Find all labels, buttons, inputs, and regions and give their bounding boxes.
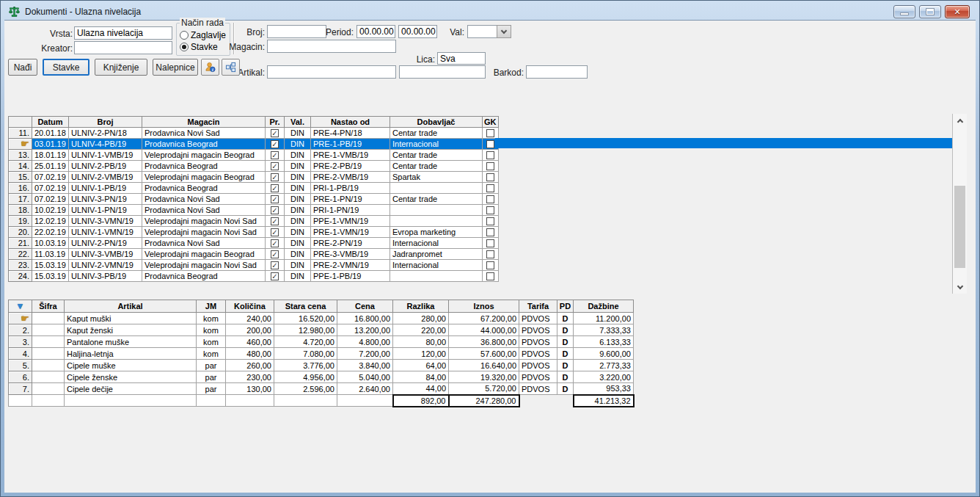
artikal-input-1[interactable]: [267, 65, 396, 79]
barkod-input[interactable]: [526, 65, 588, 79]
col-razlika[interactable]: Razlika: [393, 300, 449, 313]
nadi-button[interactable]: Nađi: [8, 59, 37, 76]
cell-razlika[interactable]: 44,00: [393, 383, 449, 395]
row-number[interactable]: 22.: [9, 249, 32, 260]
row-number[interactable]: ☛: [9, 313, 32, 324]
cell-jm[interactable]: par: [197, 383, 226, 395]
cell-val[interactable]: DIN: [285, 194, 311, 205]
cell-dobavljac[interactable]: [390, 183, 483, 194]
row-number[interactable]: 20.: [9, 227, 32, 238]
cell-gk[interactable]: [483, 227, 499, 238]
cell-jm[interactable]: par: [197, 371, 226, 383]
close-button[interactable]: ✕: [945, 5, 970, 18]
document-row[interactable]: 13.18.01.19ULNIV-1-VMB/19Veleprodajni ma…: [9, 150, 499, 161]
pr-checkbox[interactable]: ✓: [271, 239, 279, 247]
cell-dobavljac[interactable]: Internacional: [390, 139, 483, 150]
scrollbar-thumb[interactable]: [954, 186, 965, 268]
cell-magacin[interactable]: Prodavnica Beograd: [142, 161, 266, 172]
cell-magacin[interactable]: Veleprodajni magacin Beograd: [142, 249, 266, 260]
document-row[interactable]: 22.11.03.19ULNIV-3-VMB/19Veleprodajni ma…: [9, 249, 499, 260]
cell-val[interactable]: DIN: [285, 227, 311, 238]
cell-stara-cena[interactable]: 7.080,00: [274, 348, 337, 360]
pr-checkbox[interactable]: ✓: [271, 162, 279, 170]
cell-broj[interactable]: ULNIV-3-VMN/19: [69, 216, 142, 227]
gk-checkbox[interactable]: [486, 173, 494, 181]
pr-checkbox[interactable]: ✓: [271, 195, 279, 203]
cell-magacin[interactable]: Veleprodajni magacin Beograd: [142, 150, 266, 161]
pr-checkbox[interactable]: ✓: [271, 184, 279, 192]
col-stara-cena[interactable]: Stara cena: [274, 300, 337, 313]
minimize-button[interactable]: [893, 5, 915, 18]
cell-datum[interactable]: 20.01.18: [32, 128, 69, 139]
cell-iznos[interactable]: 16.640,00: [449, 360, 519, 371]
cell-val[interactable]: DIN: [285, 139, 311, 150]
cell-pr[interactable]: ✓: [266, 260, 285, 271]
row-number[interactable]: 7.: [9, 383, 32, 395]
document-row[interactable]: 20.22.02.19ULNIV-1-VMN/19Veleprodajni ma…: [9, 227, 499, 238]
cell-cena[interactable]: 16.800,00: [337, 313, 393, 324]
cell-artikal[interactable]: Pantalone muške: [65, 336, 197, 348]
period-to-input[interactable]: 00.00.00: [398, 25, 437, 38]
scroll-up-button[interactable]: [953, 114, 967, 127]
cell-artikal[interactable]: Haljina-letnja: [65, 348, 197, 360]
document-row[interactable]: ☛03.01.19ULNIV-4-PB/19Prodavnica Beograd…: [9, 139, 499, 150]
cell-tarifa[interactable]: PDVOS: [519, 383, 557, 395]
item-row[interactable]: 2.Kaput ženskikom200,0012.980,0013.200,0…: [9, 324, 634, 336]
cell-pr[interactable]: ✓: [266, 271, 285, 282]
cell-val[interactable]: DIN: [285, 249, 311, 260]
cell-datum[interactable]: 25.01.19: [32, 161, 69, 172]
document-row[interactable]: 14.25.01.19ULNIV-2-PB/19Prodavnica Beogr…: [9, 161, 499, 172]
row-number[interactable]: 18.: [9, 205, 32, 216]
col-iznos[interactable]: Iznos: [449, 300, 519, 313]
cell-broj[interactable]: ULNIV-1-VMN/19: [69, 227, 142, 238]
pr-checkbox[interactable]: ✓: [271, 250, 279, 258]
cell-sifra[interactable]: [32, 313, 65, 324]
cell-iznos[interactable]: 36.800,00: [449, 336, 519, 348]
cell-broj[interactable]: ULNIV-1-VMB/19: [69, 150, 142, 161]
stavke-button[interactable]: Stavke: [43, 59, 89, 76]
pr-checkbox[interactable]: ✓: [271, 151, 279, 159]
pr-checkbox[interactable]: ✓: [271, 228, 279, 236]
cell-pr[interactable]: ✓: [266, 150, 285, 161]
row-number[interactable]: 16.: [9, 183, 32, 194]
cell-tarifa[interactable]: PDVOS: [519, 360, 557, 371]
cell-magacin[interactable]: Prodavnica Novi Sad: [142, 128, 266, 139]
cell-artikal[interactable]: Kaput muški: [65, 313, 197, 324]
cell-nastao-od[interactable]: PPE-1-PB/19: [311, 271, 390, 282]
cell-pd[interactable]: D: [557, 324, 574, 336]
cell-dazbine[interactable]: 9.600,00: [574, 348, 634, 360]
cell-broj[interactable]: ULNIV-2-PN/19: [69, 238, 142, 249]
document-row[interactable]: 21.10.03.19ULNIV-2-PN/19Prodavnica Novi …: [9, 238, 499, 249]
cell-pr[interactable]: ✓: [266, 172, 285, 183]
gk-checkbox[interactable]: [486, 239, 494, 247]
cell-val[interactable]: DIN: [285, 205, 311, 216]
cell-kolicina[interactable]: 460,00: [226, 336, 274, 348]
col-pd[interactable]: PD: [557, 300, 574, 313]
cell-dazbine[interactable]: 2.773,33: [574, 360, 634, 371]
cell-nastao-od[interactable]: PRI-1-PB/19: [311, 183, 390, 194]
gk-checkbox[interactable]: [486, 206, 494, 214]
cell-val[interactable]: DIN: [285, 216, 311, 227]
cell-gk[interactable]: [483, 238, 499, 249]
cell-broj[interactable]: ULNIV-4-PB/19: [69, 139, 142, 150]
nalepnice-button[interactable]: Nalepnice: [153, 59, 198, 76]
document-row[interactable]: 18.10.02.19ULNIV-1-PN/19Prodavnica Novi …: [9, 205, 499, 216]
cell-magacin[interactable]: Prodavnica Beograd: [142, 139, 266, 150]
cell-pr[interactable]: ✓: [266, 139, 285, 150]
col-gk[interactable]: GK: [483, 117, 499, 128]
pr-checkbox[interactable]: ✓: [271, 140, 279, 148]
cell-stara-cena[interactable]: 3.776,00: [274, 360, 337, 371]
item-row[interactable]: 6.Cipele ženskepar230,004.956,005.040,00…: [9, 371, 634, 383]
cell-cena[interactable]: 2.640,00: [337, 383, 393, 395]
document-row[interactable]: 24.15.03.19ULNIV-3-PB/19Prodavnica Beogr…: [9, 271, 499, 282]
row-number[interactable]: 5.: [9, 360, 32, 371]
cell-pd[interactable]: D: [557, 383, 574, 395]
cell-dobavljac[interactable]: Internacional: [390, 260, 483, 271]
cell-magacin[interactable]: Prodavnica Beograd: [142, 271, 266, 282]
cell-tarifa[interactable]: PDVOS: [519, 371, 557, 383]
cell-kolicina[interactable]: 130,00: [226, 383, 274, 395]
row-number[interactable]: 15.: [9, 172, 32, 183]
row-number[interactable]: 4.: [9, 348, 32, 360]
val-combo-dropdown-button[interactable]: [497, 25, 511, 38]
cell-cena[interactable]: 3.840,00: [337, 360, 393, 371]
